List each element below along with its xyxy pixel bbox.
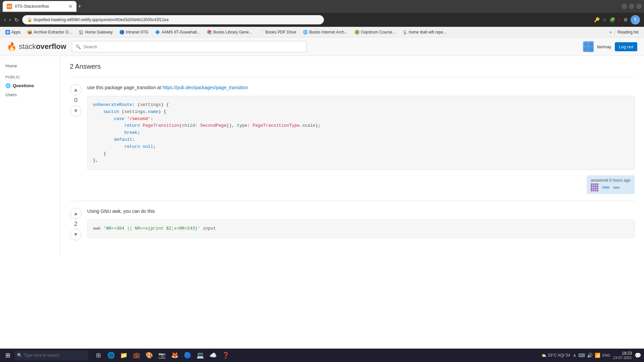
vote-count-1: 0 xyxy=(74,97,77,104)
so-flame-icon: 🔥 xyxy=(7,42,17,51)
sidebar-item-users[interactable]: Users xyxy=(0,90,60,99)
forward-button[interactable]: › xyxy=(9,17,11,23)
settings-icon[interactable]: ⚙ xyxy=(624,17,628,22)
answer-attribution-1: answered 6 hours ago xyxy=(587,175,635,194)
bookmark-books-pdf-label: Books PDF Drive xyxy=(265,30,296,35)
clock[interactable]: 18:23 13-07-2021 xyxy=(613,351,632,360)
bookmark-apps[interactable]: ⊞ Apps xyxy=(3,29,23,36)
clock-time: 18:23 xyxy=(613,351,632,356)
bookmark-archive-label: Archive Extractor O... xyxy=(34,30,72,35)
answer-1-content: use this package page_transition at http… xyxy=(87,84,635,194)
bookmark-archive[interactable]: 📦 Archive Extractor O... xyxy=(24,29,74,36)
browser-chrome: SO IITG-Stackoverflow ✕ + ─ □ ✕ xyxy=(0,0,644,13)
language-label: ENG xyxy=(602,353,610,357)
questions-label: Questions xyxy=(13,83,34,88)
wifi-icon[interactable]: 📶 xyxy=(595,353,600,358)
bookmark-intranet[interactable]: 🔵 Intranet IITG xyxy=(117,29,151,36)
sidebar: Home PUBLIC 🌐 Questions Users xyxy=(0,56,60,257)
taskbar-paint-icon[interactable]: 🎨 xyxy=(143,349,155,361)
gateway-icon: 🏠 xyxy=(78,30,84,35)
search-input[interactable] xyxy=(84,44,303,49)
taskbar-firefox-icon[interactable]: 🦊 xyxy=(169,349,181,361)
apps-icon: ⊞ xyxy=(5,30,10,35)
bookmark-aams[interactable]: 🔷 AAMS IIT-Guwahati... xyxy=(152,29,203,36)
weather-icon: ⛅ xyxy=(541,353,546,358)
user-name-1: new xyxy=(602,185,609,190)
password-icon[interactable]: 🔑 xyxy=(594,17,600,22)
search-icon: 🔍 xyxy=(75,44,81,49)
cepstrum-icon: 🟢 xyxy=(355,30,360,35)
reading-list-button[interactable]: Reading list xyxy=(614,29,641,36)
answer-1-meta: answered 6 hours ago xyxy=(87,175,635,194)
answer-2-content: Using GNU awk, you can do this awk 'NR==… xyxy=(87,208,635,243)
taskbar-right: ⛅ 33°C AQI 54 ∧ ⌨ 🔊 📶 ENG 18:23 13-07-20… xyxy=(541,351,641,360)
sidebar-item-questions[interactable]: 🌐 Questions xyxy=(0,81,60,90)
package-link[interactable]: https://pub.dev/packages/page_transition xyxy=(162,85,248,90)
vote-count-2: 2 xyxy=(74,221,77,228)
lock-icon: 🔒 xyxy=(27,17,32,22)
taskbar-search-input[interactable] xyxy=(14,351,88,360)
sys-tray: ∧ ⌨ 🔊 📶 ENG xyxy=(573,353,610,358)
so-logo[interactable]: 🔥 stackoverflow xyxy=(7,42,66,51)
url-bar[interactable]: 🔒 stupefied-hawking-e869bf.netlify.app/q… xyxy=(22,15,324,24)
bookmark-iball[interactable]: 📡 home iball wifi repe... xyxy=(400,29,449,36)
bookmark-books-lib[interactable]: 📚 Books Library Gene... xyxy=(204,29,255,36)
tab-close-button[interactable]: ✕ xyxy=(68,4,72,9)
minimize-button[interactable]: ─ xyxy=(622,4,627,9)
sidebar-item-home[interactable]: Home xyxy=(0,61,60,70)
show-hidden-icon[interactable]: ∧ xyxy=(573,353,576,358)
maximize-button[interactable]: □ xyxy=(629,4,634,9)
vote-up-button-1[interactable]: ▲ xyxy=(70,84,82,96)
vote-down-button-1[interactable]: ▼ xyxy=(70,105,82,117)
address-bar: ‹ › ↻ 🔒 stupefied-hawking-e869bf.netlify… xyxy=(0,13,644,27)
tab-title: IITG-Stackoverflow xyxy=(15,4,49,9)
globe-icon: 🌐 xyxy=(5,83,11,88)
svg-rect-1 xyxy=(589,43,592,46)
bookmark-cepstrum[interactable]: 🟢 Cepstrum Course... xyxy=(352,29,398,36)
answer-2-text: Using GNU awk, you can do this xyxy=(87,208,635,215)
answer-2: ▲ 2 ▼ Using GNU awk, you can do this awk… xyxy=(70,201,635,250)
back-button[interactable]: ‹ xyxy=(4,17,6,23)
taskbar-search-icon: 🔍 xyxy=(17,353,22,358)
avatar xyxy=(583,41,594,52)
bookmark-books-internet[interactable]: 🌐 Books Internet Arch... xyxy=(300,29,351,36)
books-internet-icon: 🌐 xyxy=(303,30,308,35)
answers-header: 2 Answers xyxy=(70,63,635,70)
answer-1-text: use this package page_transition at http… xyxy=(87,84,635,91)
taskbar: ⊞ 🔍 ⊞ 🌐 📁 💼 🎨 📷 🦊 🔵 💻 ☁️ ❓ ⛅ 33°C AQI 54… xyxy=(0,349,644,362)
bookmark-gateway[interactable]: 🏠 Home Gateway xyxy=(76,29,115,36)
volume-icon[interactable]: 🔊 xyxy=(587,353,593,358)
taskbar-azure-icon[interactable]: ☁️ xyxy=(207,349,219,361)
svg-rect-3 xyxy=(589,47,592,51)
start-button[interactable]: ⊞ xyxy=(3,350,13,360)
extensions-icon[interactable]: 🧩 xyxy=(609,17,615,22)
bookmark-books-pdf[interactable]: 📄 Books PDF Drive xyxy=(256,29,299,36)
taskbar-code-icon[interactable]: 💻 xyxy=(194,349,206,361)
keyboard-icon[interactable]: ⌨ xyxy=(578,353,585,358)
taskbar-edge-icon[interactable]: 🌐 xyxy=(105,349,117,361)
logout-button[interactable]: Log out xyxy=(615,42,637,51)
bookmark-star-icon[interactable]: ☆ xyxy=(602,17,607,22)
active-tab[interactable]: SO IITG-Stackoverflow ✕ xyxy=(3,1,76,12)
vote-column-2: ▲ 2 ▼ xyxy=(70,208,82,243)
notification-icon[interactable]: 💬 xyxy=(635,352,641,359)
username-label: tanmay xyxy=(597,44,611,49)
taskbar-teams-icon[interactable]: 💼 xyxy=(130,349,143,361)
profile-icon[interactable]: T xyxy=(631,15,640,24)
vote-down-button-2[interactable]: ▼ xyxy=(70,229,82,240)
refresh-button[interactable]: ↻ xyxy=(14,17,19,23)
close-button[interactable]: ✕ xyxy=(637,4,641,9)
acrobat-icon[interactable]: A xyxy=(618,17,621,22)
taskbar-search-container: 🔍 xyxy=(14,351,88,360)
svg-rect-0 xyxy=(584,43,588,46)
taskbar-camera-icon[interactable]: 📷 xyxy=(156,349,168,361)
so-search-bar[interactable]: 🔍 xyxy=(72,41,307,52)
vote-up-button-2[interactable]: ▲ xyxy=(70,208,82,219)
taskbar-chrome-icon[interactable]: 🔵 xyxy=(181,349,194,361)
taskbar-folder-icon[interactable]: 📁 xyxy=(118,349,130,361)
new-tab-button[interactable]: + xyxy=(78,3,82,10)
intranet-icon: 🔵 xyxy=(119,30,124,35)
taskbar-help-icon[interactable]: ❓ xyxy=(220,349,232,361)
more-bookmarks-button[interactable]: » xyxy=(610,30,612,35)
task-view-button[interactable]: ⊞ xyxy=(92,349,104,361)
